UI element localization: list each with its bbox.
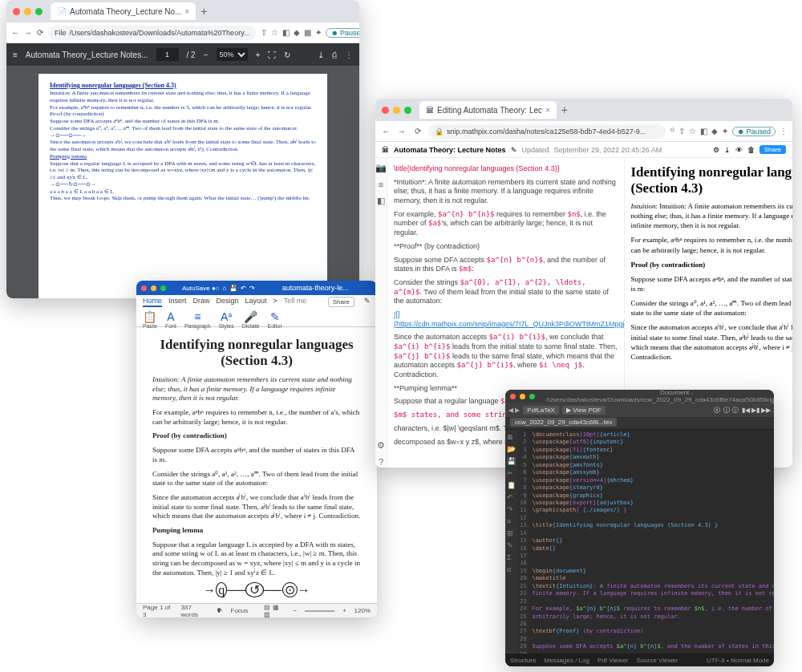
tell-me[interactable]: Tell me	[284, 297, 307, 307]
reload-icon[interactable]: ⟳	[37, 28, 43, 37]
close-button[interactable]	[141, 285, 147, 291]
zoom-out-icon[interactable]: −	[293, 607, 297, 614]
puzzle-icon[interactable]: ✦	[315, 28, 322, 38]
more-icon[interactable]: ⋮	[345, 51, 353, 59]
views-icons[interactable]: ▤ ▦ ▧	[264, 604, 285, 618]
step-icons[interactable]: ▮◀ ▶▮ ▶▶	[742, 407, 771, 414]
share-button[interactable]: Share	[759, 145, 786, 154]
autosave-toggle[interactable]: AutoSave ●○	[182, 285, 220, 292]
menu-icon[interactable]: ⋮	[780, 127, 788, 136]
ext2-icon[interactable]: ◆	[294, 28, 300, 38]
close-icon[interactable]: ⓧ	[714, 406, 720, 415]
new-tab-button[interactable]: +	[561, 103, 568, 116]
puzzle-icon[interactable]: ✦	[722, 127, 728, 136]
save-icon[interactable]: 💾	[229, 285, 237, 292]
paragraph-button[interactable]: ≡Paragraph	[184, 310, 211, 329]
pdflatex-button[interactable]: PdfLaTeX	[523, 406, 559, 415]
download-icon[interactable]: ⤓	[318, 51, 324, 59]
ext3-icon[interactable]: ▦	[304, 28, 311, 38]
undo-icon[interactable]: ↶	[507, 493, 516, 501]
zoom-in-icon[interactable]: +	[342, 607, 346, 614]
star-icon[interactable]: ☆	[271, 28, 278, 38]
formats-icon[interactable]: ≡	[379, 180, 383, 189]
back-icon[interactable]: ←	[380, 127, 391, 136]
editor-button[interactable]: ✎Editor	[267, 310, 282, 329]
menu-icon[interactable]: ≡	[13, 51, 18, 59]
file-tab[interactable]: ccw_2022_09_29_cda43c6f8...tex	[505, 417, 774, 430]
tab-insert[interactable]: Insert	[168, 297, 187, 307]
open-icon[interactable]: 📂	[507, 445, 516, 453]
profile-paused[interactable]: ☻Paused	[732, 127, 776, 136]
camera-icon[interactable]: 📷	[375, 163, 387, 173]
save-icon[interactable]: 💾	[507, 457, 516, 465]
edit-icon[interactable]: ✎	[511, 146, 517, 154]
zoom-in-icon[interactable]: +	[256, 51, 261, 59]
font-button[interactable]: AFont	[165, 310, 176, 329]
tool-icon[interactable]: Σ	[507, 553, 516, 561]
tool-icon[interactable]: ✎	[507, 541, 516, 549]
close-button[interactable]	[382, 107, 389, 114]
tool-icon[interactable]: ⊞	[507, 529, 516, 537]
tab-more[interactable]: >	[273, 297, 277, 307]
foot-tab[interactable]: Pdf Viewer	[597, 657, 629, 664]
tab-draw[interactable]: Draw	[193, 297, 210, 307]
tool-icon[interactable]: α	[507, 565, 516, 573]
logo-icon[interactable]: 🏛	[382, 146, 389, 154]
pdf-viewport[interactable]: Identifying nonregular languages (Sectio…	[6, 66, 359, 298]
close-button[interactable]	[13, 8, 20, 15]
redo-icon[interactable]: ↷	[507, 505, 516, 513]
browser-tab[interactable]: 📄 Automata Theory_Lecture No... ×	[51, 2, 196, 20]
trash-icon[interactable]: 🗑	[747, 146, 755, 154]
address-bar[interactable]: 🔒 snip.mathpix.com/dasha/notes/ca125e58-…	[428, 124, 666, 139]
zoom-slider[interactable]	[305, 610, 334, 612]
ext1-icon[interactable]: ◧	[282, 28, 290, 38]
browser-tab[interactable]: 🏛 Editing Automata Theory: Lec ×	[419, 101, 557, 119]
minimize-button[interactable]	[393, 107, 400, 114]
paste-button[interactable]: 📋Paste	[143, 310, 157, 329]
foot-tab[interactable]: Structure	[510, 657, 536, 664]
cut-icon[interactable]: ✂	[507, 469, 516, 477]
zoom-button[interactable]	[160, 285, 166, 291]
redo-icon[interactable]: ↷	[249, 285, 255, 292]
new-tab-button[interactable]: +	[200, 5, 207, 18]
tab-layout[interactable]: Layout	[245, 297, 267, 307]
tab-design[interactable]: Design	[217, 297, 239, 307]
rotate-icon[interactable]: ↻	[284, 51, 290, 59]
help-icon[interactable]: ?	[379, 457, 383, 467]
close-tab-icon[interactable]: ×	[184, 7, 189, 16]
file-icon[interactable]: 🗎	[507, 433, 516, 441]
print-icon[interactable]: ⎙	[332, 51, 337, 59]
copy-icon[interactable]: 📋	[507, 481, 516, 489]
tools-icon[interactable]: ⚙	[713, 146, 719, 154]
ext1-icon[interactable]: ◧	[700, 127, 707, 136]
eye-icon[interactable]: 👁	[735, 146, 743, 154]
minimize-button[interactable]	[24, 8, 31, 15]
foot-tab[interactable]: Messages / Log	[544, 657, 589, 664]
tool-icon[interactable]: ≡	[507, 517, 516, 525]
download-icon[interactable]: ⤓	[724, 146, 731, 154]
minimize-button[interactable]	[520, 394, 525, 399]
zoom-button[interactable]	[35, 8, 43, 15]
word-count[interactable]: 387 words	[181, 604, 209, 618]
zoom-button[interactable]	[529, 394, 535, 399]
zoom-value[interactable]: 120%	[354, 607, 371, 614]
code-editor[interactable]: \documentclass[10pt]{article} \usepackag…	[529, 430, 774, 654]
zoom-out-icon[interactable]: −	[204, 51, 209, 59]
close-button[interactable]	[510, 394, 516, 399]
foot-tab[interactable]: Source Viewer	[637, 657, 678, 664]
lang-icon[interactable]: 🗣	[217, 607, 223, 614]
share-button[interactable]: Share	[328, 297, 354, 307]
share-icon[interactable]: ⇧	[678, 127, 685, 136]
fit-icon[interactable]: ⛶	[268, 51, 276, 59]
tab-home[interactable]: Home	[143, 297, 162, 307]
view-pdf-button[interactable]: ▶ View PDF	[562, 406, 606, 415]
forward-icon[interactable]: →	[24, 28, 32, 37]
word-body[interactable]: Identifying nonregular languages (Sectio…	[136, 327, 377, 603]
ext2-icon[interactable]: ◆	[711, 127, 718, 136]
forward-icon[interactable]: →	[396, 127, 407, 136]
page-status[interactable]: Page 1 of 3	[143, 604, 173, 618]
note-title[interactable]: Automata Theory: Lecture Notes	[394, 146, 506, 154]
zoom-select[interactable]: 50%	[217, 48, 248, 61]
dictate-button[interactable]: 🎤Dictate	[242, 310, 260, 329]
address-bar[interactable]: File /Users/dashakosteva/Downloads/Autom…	[48, 26, 256, 40]
